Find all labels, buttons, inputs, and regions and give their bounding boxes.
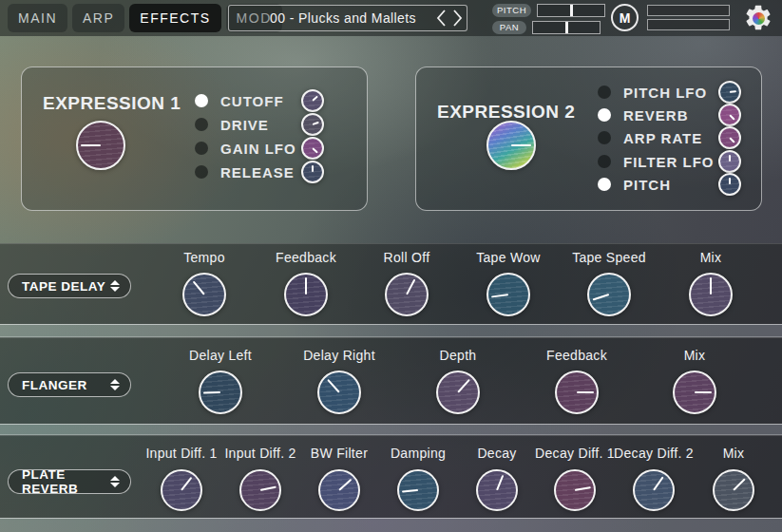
option-label-drive: DRIVE <box>220 117 269 133</box>
damping-knob[interactable] <box>397 469 439 511</box>
pan-label: PAN <box>492 21 526 34</box>
decay-diff-1-knob[interactable] <box>554 469 596 511</box>
input-diff-2-knob[interactable] <box>239 469 281 511</box>
plate-reverb-selector-value: PLATE REVERB <box>22 467 110 496</box>
option-label-pitch: PITCH <box>623 177 671 193</box>
tab-effects[interactable]: EFFECTS <box>129 4 220 32</box>
mix-knob[interactable] <box>713 469 754 511</box>
sort-arrows-icon <box>110 476 120 487</box>
radio-pitch[interactable] <box>598 178 611 191</box>
flanger-selector-value: FLANGER <box>22 378 87 392</box>
knob-label: Delay Left <box>189 348 252 363</box>
decay-knob[interactable] <box>476 469 518 511</box>
pitch-lfo-mini-knob[interactable] <box>718 81 741 104</box>
meter-left <box>647 5 730 16</box>
knob-label: Decay <box>477 446 516 461</box>
arp-rate-mini-knob[interactable] <box>718 126 741 149</box>
mix-knob[interactable] <box>689 273 733 316</box>
decay-diff-2-knob[interactable] <box>633 469 675 511</box>
feedback-knob[interactable] <box>555 370 599 414</box>
fx-row-plate-reverb: PLATE REVERB Input Diff. 1 Input Diff. 2… <box>0 435 782 518</box>
pitch-slider[interactable] <box>537 4 605 17</box>
fx-row-tape-delay: TAPE DELAY Tempo Feedback Roll Off Tape … <box>0 243 782 324</box>
input-diff-1-knob[interactable] <box>161 469 202 511</box>
expression2-title: EXPRESSION 2 <box>437 102 575 123</box>
top-bar: MAIN ARP EFFECTS MOD 00 - Plucks and Mal… <box>0 0 782 36</box>
knob-label: Decay Diff. 1 <box>535 446 615 461</box>
pitch-pan-group: PITCH PAN <box>492 3 605 37</box>
plugin-window: MAIN ARP EFFECTS MOD 00 - Plucks and Mal… <box>0 0 782 532</box>
knob-label: BW Filter <box>311 446 368 461</box>
knob-label: Roll Off <box>384 250 430 265</box>
pan-slider-handle[interactable] <box>565 22 568 33</box>
preset-next-button[interactable] <box>449 7 467 29</box>
gain-lfo-mini-knob[interactable] <box>301 137 324 160</box>
radio-arp-rate[interactable] <box>598 131 611 144</box>
knob-label: Input Diff. 2 <box>224 446 296 461</box>
bw-filter-knob[interactable] <box>318 469 360 511</box>
knob-label: Tempo <box>183 250 225 265</box>
radio-drive[interactable] <box>195 118 208 131</box>
delay-right-knob[interactable] <box>317 370 361 414</box>
plate-reverb-selector[interactable]: PLATE REVERB <box>8 469 131 494</box>
sort-arrows-icon <box>110 280 120 292</box>
gear-center-decoration <box>753 12 765 25</box>
expression1-title: EXPRESSION 1 <box>43 93 181 114</box>
filter-lfo-mini-knob[interactable] <box>718 150 741 173</box>
option-label-filter-lfo: FILTER LFO <box>623 154 715 170</box>
preset-selector[interactable]: 00 - Plucks and Mallets <box>228 5 467 31</box>
radio-reverb[interactable] <box>598 108 611 122</box>
meter-right <box>647 19 730 30</box>
radio-pitch-lfo[interactable] <box>598 86 611 99</box>
feedback-knob[interactable] <box>284 273 328 316</box>
option-label-gain-lfo: GAIN LFO <box>220 141 296 157</box>
mix-knob[interactable] <box>673 370 716 414</box>
knob-label: Mix <box>700 250 722 265</box>
drive-mini-knob[interactable] <box>301 113 324 136</box>
tab-arp[interactable]: ARP <box>72 4 124 32</box>
expression1-main-knob[interactable] <box>76 121 125 170</box>
preset-prev-button[interactable] <box>432 7 449 29</box>
expression2-main-knob[interactable] <box>486 121 536 170</box>
radio-release[interactable] <box>195 165 208 179</box>
knob-label: Mix <box>684 348 706 363</box>
flanger-selector[interactable]: FLANGER <box>8 372 131 397</box>
radio-gain-lfo[interactable] <box>195 142 208 155</box>
option-label-arp-rate: ARP RATE <box>623 130 702 146</box>
tape-delay-selector[interactable]: TAPE DELAY <box>8 274 131 298</box>
pan-slider[interactable] <box>532 21 601 34</box>
knob-label: Tape Wow <box>476 250 541 265</box>
delay-left-knob[interactable] <box>199 370 242 414</box>
knob-label: Delay Right <box>303 348 375 363</box>
option-label-pitch-lfo: PITCH LFO <box>623 85 707 101</box>
tape-wow-knob[interactable] <box>486 273 530 316</box>
knob-label: Decay Diff. 2 <box>614 446 694 461</box>
tab-main[interactable]: MAIN <box>8 4 67 32</box>
pitch-slider-handle[interactable] <box>570 5 573 16</box>
chevron-right-icon <box>452 9 464 28</box>
option-label-cutoff: CUTOFF <box>220 93 284 109</box>
cutoff-mini-knob[interactable] <box>301 89 324 112</box>
option-label-release: RELEASE <box>220 164 295 180</box>
tape-speed-knob[interactable] <box>587 273 631 316</box>
depth-knob[interactable] <box>436 370 480 414</box>
knob-label: Feedback <box>276 250 336 265</box>
reverb-mini-knob[interactable] <box>718 104 741 126</box>
radio-cutoff[interactable] <box>195 94 208 107</box>
row-divider <box>0 424 782 435</box>
expression2-panel: EXPRESSION 2 PITCH LFO REVERB ARP RATE F… <box>415 66 762 211</box>
knob-label: Damping <box>391 446 446 461</box>
settings-button[interactable] <box>742 2 774 34</box>
tempo-knob[interactable] <box>182 273 226 316</box>
preset-value: 00 - Plucks and Mallets <box>229 10 432 26</box>
pitch-mini-knob[interactable] <box>718 173 741 196</box>
mute-button[interactable]: M <box>611 4 639 31</box>
chevron-left-icon <box>435 9 447 28</box>
knob-label: Input Diff. 1 <box>145 446 217 461</box>
roll-off-knob[interactable] <box>385 273 429 316</box>
bottom-strip <box>0 518 782 532</box>
release-mini-knob[interactable] <box>301 161 324 183</box>
expression1-panel: EXPRESSION 1 CUTOFF DRIVE GAIN LFO RELEA… <box>21 66 368 211</box>
knob-label: Feedback <box>546 348 607 363</box>
radio-filter-lfo[interactable] <box>598 155 611 168</box>
